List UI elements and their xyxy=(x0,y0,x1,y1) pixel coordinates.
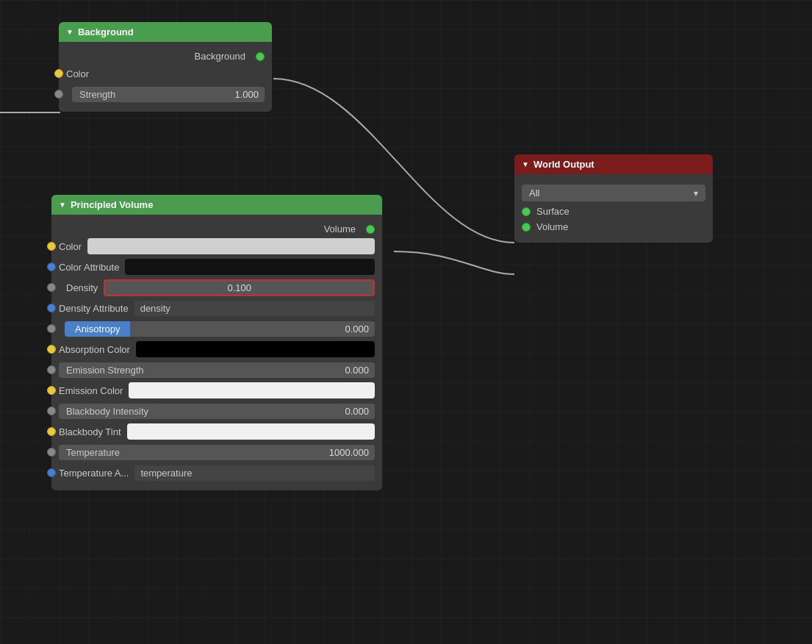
emission-strength-field[interactable]: Emission Strength 0.000 xyxy=(59,362,375,378)
world-output-node-title: World Output xyxy=(533,159,594,170)
pv-color-attr-socket xyxy=(47,262,56,271)
background-node-title: Background xyxy=(78,26,134,37)
pv-temperature-row: Temperature 1000.000 xyxy=(59,443,375,461)
world-output-node-body: All ▾ Surface Volume xyxy=(514,174,713,243)
background-output-socket xyxy=(256,52,265,61)
pv-temperature-attr-label: Temperature A... xyxy=(59,468,129,479)
strength-field-label: Strength xyxy=(72,87,123,102)
volume-label: Volume xyxy=(536,221,568,232)
color-swatch[interactable] xyxy=(87,238,375,254)
collapse-arrow-icon[interactable]: ▼ xyxy=(59,201,66,209)
pv-density-row: Density 0.100 xyxy=(59,279,375,296)
density-value: 0.100 xyxy=(227,282,251,293)
world-volume-row: Volume xyxy=(522,221,705,232)
absorption-color-swatch[interactable] xyxy=(136,341,375,357)
color-attr-swatch[interactable] xyxy=(125,259,375,275)
collapse-arrow-icon[interactable]: ▼ xyxy=(522,160,529,168)
blackbody-tint-swatch[interactable] xyxy=(127,423,375,440)
pv-emission-color-row: Emission Color xyxy=(59,382,375,399)
world-output-node: ▼ World Output All ▾ Surface Volume xyxy=(514,154,713,243)
world-output-node-header: ▼ World Output xyxy=(514,154,713,174)
background-strength-row: Strength 1.000 xyxy=(66,85,265,103)
pv-absorption-color-row: Absorption Color xyxy=(59,340,375,358)
pv-absorption-color-socket xyxy=(47,345,56,354)
background-node: ▼ Background Background Color Strength 1… xyxy=(59,22,272,112)
pv-blackbody-tint-socket xyxy=(47,427,56,436)
pv-color-attr-row: Color Attribute xyxy=(59,258,375,276)
pv-blackbody-tint-label: Blackbody Tint xyxy=(59,426,121,437)
pv-density-attr-socket xyxy=(47,304,56,312)
pv-temperature-attr-row: Temperature A... temperature xyxy=(59,464,375,482)
pv-emission-color-socket xyxy=(47,386,56,395)
color-input-socket xyxy=(54,69,63,78)
blackbody-intensity-label: Blackbody Intensity xyxy=(59,404,156,419)
density-attr-value: density xyxy=(140,303,170,314)
background-output-label: Background xyxy=(195,51,245,62)
pv-density-label: Density xyxy=(66,282,98,293)
emission-strength-label: Emission Strength xyxy=(59,362,151,378)
blackbody-intensity-field[interactable]: Blackbody Intensity 0.000 xyxy=(59,404,375,419)
anisotropy-value: 0.000 xyxy=(130,321,375,337)
pv-color-row: Color xyxy=(59,237,375,255)
surface-input-socket xyxy=(522,207,531,216)
pv-density-attr-label: Density Attribute xyxy=(59,303,129,314)
density-attr-field[interactable]: density xyxy=(134,301,375,316)
principled-volume-node-body: Volume Color Color Attribute Density 0.1… xyxy=(51,215,382,490)
pv-density-attr-row: Density Attribute density xyxy=(59,299,375,317)
pv-color-attr-label: Color Attribute xyxy=(59,262,119,273)
blackbody-intensity-value: 0.000 xyxy=(339,404,375,419)
world-surface-row: Surface xyxy=(522,206,705,217)
pv-emission-color-label: Emission Color xyxy=(59,385,123,396)
principled-volume-node-title: Principled Volume xyxy=(71,199,153,210)
background-color-label: Color xyxy=(66,68,89,79)
pv-anisotropy-row: Anisotropy 0.000 xyxy=(59,320,375,337)
pv-blackbody-intensity-row: Blackbody Intensity 0.000 xyxy=(59,402,375,420)
pv-temperature-attr-socket xyxy=(47,468,56,477)
strength-input-socket xyxy=(54,90,63,99)
anisotropy-field[interactable]: Anisotropy 0.000 xyxy=(65,321,375,337)
density-field[interactable]: 0.100 xyxy=(104,279,375,296)
principled-volume-node: ▼ Principled Volume Volume Color Color A… xyxy=(51,195,382,490)
world-output-dropdown[interactable]: All ▾ xyxy=(522,185,705,201)
chevron-down-icon: ▾ xyxy=(694,188,698,198)
background-node-body: Background Color Strength 1.000 xyxy=(59,42,272,112)
pv-blackbody-intensity-socket xyxy=(47,407,56,415)
temperature-field[interactable]: Temperature 1000.000 xyxy=(59,445,375,460)
pv-emission-strength-socket xyxy=(47,365,56,374)
pv-color-label: Color xyxy=(59,241,82,252)
volume-input-socket xyxy=(522,223,531,232)
temperature-label: Temperature xyxy=(59,445,127,460)
background-output-row: Background xyxy=(66,51,265,62)
pv-color-socket xyxy=(47,242,56,251)
dropdown-value: All xyxy=(529,187,689,198)
temperature-value: 1000.000 xyxy=(323,445,375,460)
emission-strength-value: 0.000 xyxy=(339,362,375,378)
emission-color-swatch[interactable] xyxy=(129,382,375,398)
background-color-row: Color xyxy=(66,65,265,82)
background-node-header: ▼ Background xyxy=(59,22,272,42)
surface-label: Surface xyxy=(536,206,570,217)
strength-field-value: 1.000 xyxy=(229,87,265,102)
pv-anisotropy-socket xyxy=(47,324,56,333)
pv-temperature-socket xyxy=(47,448,56,457)
volume-output-row: Volume xyxy=(59,223,375,235)
collapse-arrow-icon[interactable]: ▼ xyxy=(66,28,73,36)
pv-emission-strength-row: Emission Strength 0.000 xyxy=(59,361,375,379)
volume-output-label: Volume xyxy=(324,223,356,235)
principled-volume-node-header: ▼ Principled Volume xyxy=(51,195,382,215)
temperature-attr-field[interactable]: temperature xyxy=(134,465,375,481)
pv-density-socket xyxy=(47,283,56,292)
anisotropy-label: Anisotropy xyxy=(65,321,130,337)
volume-output-socket xyxy=(366,225,375,234)
pv-blackbody-tint-row: Blackbody Tint xyxy=(59,423,375,440)
temperature-attr-value: temperature xyxy=(140,468,192,479)
strength-field[interactable]: Strength 1.000 xyxy=(72,87,265,102)
pv-absorption-color-label: Absorption Color xyxy=(59,344,130,355)
